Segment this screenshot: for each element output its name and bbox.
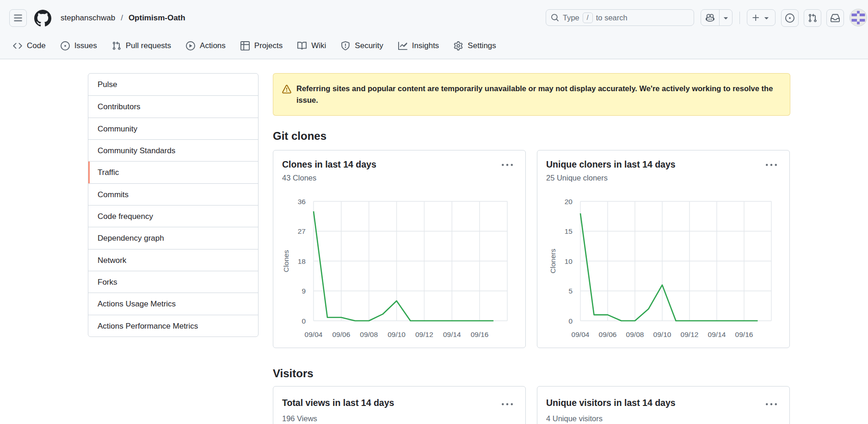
svg-text:36: 36 [298,198,306,206]
svg-text:09/04: 09/04 [572,330,590,338]
svg-text:5: 5 [568,287,573,295]
svg-text:10: 10 [565,257,573,265]
svg-text:9: 9 [302,287,306,295]
svg-text:09/16: 09/16 [735,330,753,338]
svg-text:09/12: 09/12 [681,330,699,338]
svg-text:09/08: 09/08 [626,330,644,338]
svg-text:Clones: Clones [282,250,290,272]
svg-text:20: 20 [565,198,573,206]
svg-text:09/10: 09/10 [653,330,671,338]
svg-text:09/12: 09/12 [415,330,433,338]
svg-text:15: 15 [565,227,573,235]
svg-text:09/16: 09/16 [471,330,489,338]
svg-text:09/06: 09/06 [332,330,351,338]
svg-text:09/14: 09/14 [708,330,726,338]
svg-text:09/04: 09/04 [305,330,323,338]
svg-text:18: 18 [298,257,306,265]
svg-text:27: 27 [298,227,306,235]
svg-text:09/08: 09/08 [360,330,378,338]
svg-text:09/06: 09/06 [599,330,617,338]
svg-text:09/14: 09/14 [443,330,461,338]
svg-text:0: 0 [302,317,306,325]
svg-text:09/10: 09/10 [388,330,406,338]
svg-text:0: 0 [568,317,573,325]
svg-text:Cloners: Cloners [549,249,557,274]
